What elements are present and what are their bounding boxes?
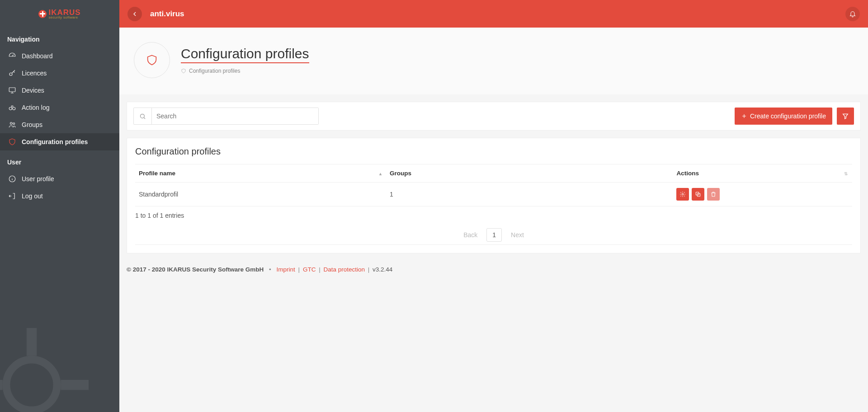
svg-rect-1 — [9, 88, 15, 92]
link-imprint[interactable]: Imprint — [277, 266, 295, 273]
sidebar-item-dashboard[interactable]: Dashboard — [0, 47, 119, 65]
link-data-protection[interactable]: Data protection — [323, 266, 365, 273]
filter-icon — [842, 112, 849, 120]
header-icon — [134, 42, 170, 78]
bell-icon — [849, 10, 856, 18]
create-profile-button[interactable]: Create configuration profile — [735, 108, 832, 125]
sidebar-item-label: Log out — [22, 192, 43, 200]
shield-icon — [8, 138, 16, 146]
notifications-button[interactable] — [845, 7, 860, 21]
pager: Back 1 Next — [135, 222, 852, 245]
svg-point-0 — [9, 73, 12, 75]
sidebar-item-label: User profile — [22, 175, 54, 183]
table-panel: Configuration profiles Profile name ▴ Gr… — [127, 138, 861, 253]
sidebar-item-user-profile[interactable]: User profile — [0, 170, 119, 187]
sidebar-item-devices[interactable]: Devices — [0, 82, 119, 99]
search-icon-box — [134, 108, 152, 124]
users-icon — [8, 121, 16, 129]
sidebar-item-label: Devices — [22, 87, 44, 94]
col-actions: Actions ⇅ — [673, 164, 852, 183]
svg-point-5 — [13, 123, 15, 125]
sidebar-item-licences[interactable]: Licences — [0, 65, 119, 82]
brand-name: IKARUS — [48, 9, 80, 16]
trash-icon — [710, 191, 717, 197]
main-area: anti.virus Configuration profiles Config… — [119, 0, 868, 412]
cell-profile-name: Standardprofil — [135, 183, 386, 206]
brand-logo: IKARUS security software — [38, 9, 80, 19]
svg-point-4 — [10, 122, 13, 125]
topbar: anti.virus — [119, 0, 868, 28]
exit-icon — [8, 192, 16, 200]
section-title: Configuration profiles — [181, 46, 309, 63]
sidebar-item-action-log[interactable]: Action log — [0, 99, 119, 116]
back-button[interactable] — [127, 7, 142, 21]
svg-point-3 — [13, 107, 15, 110]
info-icon — [8, 175, 16, 183]
gear-icon — [679, 191, 686, 197]
edit-button[interactable] — [676, 188, 689, 201]
footer: © 2017 - 2020 IKARUS Security Software G… — [119, 253, 868, 286]
sidebar-item-logout[interactable]: Log out — [0, 187, 119, 205]
copy-icon — [695, 191, 701, 197]
plus-icon — [741, 113, 747, 119]
sidebar-item-label: Configuration profiles — [22, 138, 88, 145]
sort-asc-icon: ▴ — [379, 171, 382, 176]
svg-point-13 — [682, 193, 684, 195]
sidebar-item-groups[interactable]: Groups — [0, 116, 119, 133]
table-section-title: Configuration profiles — [135, 146, 852, 157]
copy-button[interactable] — [692, 188, 704, 201]
cell-groups: 1 — [386, 183, 673, 206]
svg-rect-10 — [0, 380, 3, 390]
page-title: anti.virus — [150, 9, 184, 19]
user-heading: User — [0, 150, 119, 170]
logo-cross-icon — [38, 10, 47, 18]
svg-point-7 — [6, 360, 57, 410]
pager-next: Next — [511, 231, 524, 239]
pager-page-1[interactable]: 1 — [486, 228, 502, 242]
nav-heading: Navigation — [0, 28, 119, 47]
monitor-icon — [8, 86, 16, 94]
gauge-icon — [8, 52, 16, 60]
link-gtc[interactable]: GTC — [303, 266, 316, 273]
table-row: Standardprofil 1 — [135, 183, 852, 206]
filter-button[interactable] — [837, 108, 854, 125]
pager-prev: Back — [463, 231, 477, 239]
sidebar-item-label: Groups — [22, 121, 42, 128]
breadcrumb: Configuration profiles — [181, 68, 309, 74]
profiles-table: Profile name ▴ Groups Actions ⇅ Standard… — [135, 164, 852, 206]
shield-icon — [146, 54, 158, 66]
chevron-left-icon — [131, 10, 138, 18]
delete-button — [707, 188, 720, 201]
svg-rect-11 — [61, 380, 89, 390]
search-input[interactable] — [152, 108, 318, 124]
breadcrumb-label: Configuration profiles — [189, 68, 240, 74]
sidebar-item-label: Licences — [22, 70, 47, 77]
sort-icon: ⇅ — [844, 171, 848, 176]
create-button-label: Create configuration profile — [750, 112, 826, 120]
sidebar-item-label: Action log — [22, 104, 49, 111]
col-groups[interactable]: Groups — [386, 164, 673, 183]
sidebar: IKARUS security software Navigation Dash… — [0, 0, 119, 412]
key-icon — [8, 69, 16, 77]
sidebar-item-configuration-profiles[interactable]: Configuration profiles — [0, 133, 119, 150]
sidebar-item-label: Dashboard — [22, 52, 53, 60]
copyright: © 2017 - 2020 IKARUS Security Software G… — [127, 266, 264, 273]
svg-point-2 — [9, 107, 12, 110]
binoculars-icon — [8, 103, 16, 112]
logo-area: IKARUS security software — [0, 0, 119, 28]
svg-rect-8 — [27, 328, 37, 356]
toolbar: Create configuration profile — [127, 102, 861, 131]
col-profile-name[interactable]: Profile name ▴ — [135, 164, 386, 183]
brand-sub: security software — [48, 15, 80, 19]
svg-point-12 — [141, 114, 145, 118]
shield-icon — [181, 68, 186, 74]
watermark-icon — [0, 322, 95, 412]
table-info: 1 to 1 of 1 entries — [135, 206, 852, 222]
header-card: Configuration profiles Configuration pro… — [119, 28, 868, 94]
version: v3.2.44 — [373, 266, 392, 273]
row-actions — [676, 188, 849, 201]
search-icon — [139, 113, 146, 120]
search-group — [133, 108, 319, 125]
